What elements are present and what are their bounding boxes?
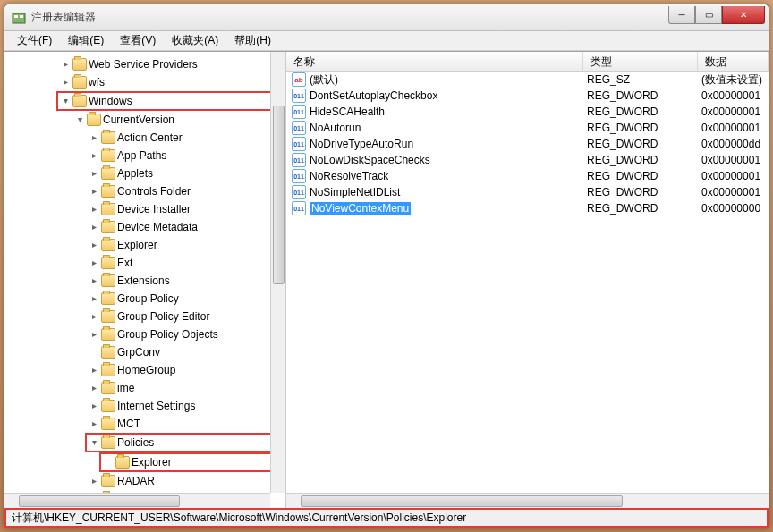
tree-item[interactable]: ▸ HomeGroup — [87, 361, 285, 379]
tree-item-label: Group Policy — [117, 291, 179, 307]
expand-icon[interactable]: ▾ — [74, 114, 85, 125]
scrollbar-thumb[interactable] — [273, 106, 285, 284]
tree-item[interactable]: ▸ App Paths — [87, 147, 285, 165]
value-type: REG_DWORD — [587, 186, 701, 198]
menu-file[interactable]: 文件(F) — [10, 31, 59, 50]
value-type: REG_DWORD — [587, 170, 701, 182]
expand-icon[interactable]: ▸ — [89, 365, 99, 376]
tree-item[interactable]: ▸ wfs — [58, 73, 285, 91]
folder-icon — [101, 400, 115, 412]
expand-icon[interactable]: ▸ — [89, 258, 99, 268]
expand-icon[interactable]: ▸ — [89, 383, 99, 393]
tree-item[interactable]: ▸ Internet Settings — [87, 397, 285, 415]
tree-item[interactable]: ▾ Policies — [85, 433, 285, 452]
registry-value-row[interactable]: 011 NoResolveTrack REG_DWORD 0x00000001 — [286, 168, 769, 184]
tree-item-label: App Paths — [117, 148, 166, 164]
expand-icon[interactable]: ▸ — [89, 418, 99, 429]
menu-view[interactable]: 查看(V) — [113, 31, 163, 50]
registry-value-row[interactable]: 011 DontSetAutoplayCheckbox REG_DWORD 0x… — [286, 88, 769, 104]
column-header-type[interactable]: 类型 — [583, 52, 698, 71]
minimize-button[interactable]: ─ — [668, 6, 695, 24]
title-bar[interactable]: 注册表编辑器 ─ ▭ ✕ — [4, 4, 769, 31]
tree-horizontal-scrollbar[interactable] — [4, 493, 270, 508]
value-type: REG_DWORD — [587, 138, 701, 150]
expand-icon[interactable]: ▸ — [89, 293, 99, 304]
expand-icon[interactable] — [103, 457, 114, 468]
folder-icon — [101, 418, 115, 430]
folder-icon — [101, 203, 115, 215]
tree-item[interactable]: ▸ Applets — [87, 165, 285, 182]
tree-item[interactable]: ▸ Device Installer — [87, 200, 285, 218]
expand-icon[interactable]: ▸ — [89, 401, 99, 411]
expand-icon[interactable]: ▸ — [89, 204, 99, 215]
tree-pane[interactable]: ▸ Web Service Providers ▸ wfs ▾ Windows … — [4, 52, 286, 508]
value-name: NoLowDiskSpaceChecks — [310, 154, 587, 166]
list-body[interactable]: ab (默认) REG_SZ (数值未设置) 011 DontSetAutopl… — [286, 72, 769, 493]
expand-icon[interactable]: ▸ — [89, 240, 99, 250]
folder-icon — [72, 58, 87, 71]
tree-item[interactable]: ▸ Ext — [87, 254, 285, 272]
registry-value-row[interactable]: 011 NoSimpleNetIDList REG_DWORD 0x000000… — [286, 184, 769, 200]
registry-value-row[interactable]: 011 HideSCAHealth REG_DWORD 0x00000001 — [286, 104, 769, 120]
tree-item[interactable]: ▾ CurrentVersion — [72, 111, 285, 129]
value-data: 0x00000001 — [701, 89, 769, 102]
expand-icon[interactable]: ▸ — [89, 186, 99, 197]
tree-item[interactable]: ▸ RADAR — [87, 472, 285, 490]
expand-icon[interactable]: ▸ — [89, 329, 99, 340]
maximize-button[interactable]: ▭ — [695, 6, 722, 24]
expand-icon[interactable]: ▸ — [89, 168, 99, 179]
menu-edit[interactable]: 编辑(E) — [61, 31, 111, 50]
scrollbar-thumb[interactable] — [301, 495, 623, 507]
tree-item[interactable]: ▸ Extensions — [87, 272, 285, 290]
tree-item[interactable]: ▸ Controls Folder — [87, 182, 285, 200]
list-horizontal-scrollbar[interactable] — [286, 493, 769, 508]
expand-icon[interactable]: ▸ — [60, 77, 71, 88]
folder-icon — [101, 436, 115, 449]
tree-item[interactable]: ▸ Group Policy — [87, 290, 285, 308]
tree-item[interactable]: ▸ Device Metadata — [87, 218, 285, 236]
tree-item-label: Device Metadata — [117, 219, 198, 235]
folder-icon — [101, 382, 115, 394]
list-header: 名称 类型 数据 — [286, 52, 769, 72]
expand-icon[interactable]: ▸ — [60, 59, 71, 70]
tree-item-label: Group Policy Editor — [117, 308, 209, 325]
menu-favorites[interactable]: 收藏夹(A) — [165, 31, 225, 50]
tree-item-label: Windows — [89, 93, 132, 109]
registry-value-row[interactable]: 011 NoDriveTypeAutoRun REG_DWORD 0x00000… — [286, 136, 769, 152]
expand-icon[interactable]: ▸ — [89, 476, 99, 486]
tree-item[interactable]: ▸ Group Policy Editor — [87, 308, 285, 325]
expand-icon[interactable]: ▸ — [89, 311, 99, 322]
expand-icon[interactable] — [89, 347, 99, 358]
column-header-data[interactable]: 数据 — [698, 52, 769, 71]
tree-vertical-scrollbar[interactable] — [270, 52, 285, 493]
tree-item-label: Group Policy Objects — [117, 326, 218, 342]
tree-item[interactable]: GrpConv — [87, 343, 285, 361]
tree-item[interactable]: ▸ Group Policy Objects — [87, 325, 285, 343]
expand-icon[interactable]: ▸ — [89, 222, 99, 232]
column-header-name[interactable]: 名称 — [286, 52, 583, 71]
registry-value-row[interactable]: 011 NoLowDiskSpaceChecks REG_DWORD 0x000… — [286, 152, 769, 168]
tree-item[interactable]: ▸ Action Center — [87, 129, 285, 147]
close-button[interactable]: ✕ — [722, 6, 765, 24]
tree-item[interactable]: ▸ ime — [87, 379, 285, 397]
value-name: NoSimpleNetIDList — [310, 186, 587, 198]
folder-icon — [101, 257, 115, 269]
registry-value-row[interactable]: 011 NoAutorun REG_DWORD 0x00000001 — [286, 120, 769, 136]
scrollbar-thumb[interactable] — [19, 495, 180, 507]
value-name: NoResolveTrack — [310, 170, 587, 182]
tree-item[interactable]: ▸ Web Service Providers — [58, 55, 285, 73]
expand-icon[interactable]: ▾ — [60, 96, 71, 106]
expand-icon[interactable]: ▸ — [89, 132, 99, 143]
expand-icon[interactable]: ▾ — [89, 437, 99, 448]
tree-item[interactable]: Explorer — [99, 452, 285, 472]
expand-icon[interactable]: ▸ — [89, 150, 99, 161]
folder-icon — [72, 76, 87, 89]
tree-item[interactable]: ▸ Explorer — [87, 236, 285, 254]
menu-help[interactable]: 帮助(H) — [227, 31, 278, 50]
registry-value-row[interactable]: ab (默认) REG_SZ (数值未设置) — [286, 72, 769, 88]
value-type-icon: 011 — [292, 185, 306, 199]
tree-item[interactable]: ▸ MCT — [87, 415, 285, 433]
registry-value-row[interactable]: 011 NoViewContexMenu REG_DWORD 0x0000000… — [286, 200, 769, 216]
expand-icon[interactable]: ▸ — [89, 275, 99, 286]
tree-item[interactable]: ▾ Windows — [56, 91, 285, 111]
